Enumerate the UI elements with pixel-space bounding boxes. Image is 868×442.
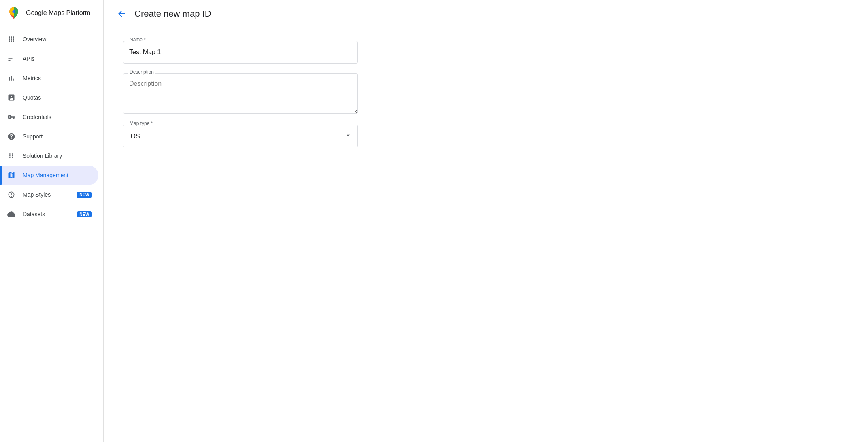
- description-label: Description: [128, 69, 155, 75]
- datasets-icon: [6, 209, 16, 219]
- datasets-badge: NEW: [77, 211, 92, 217]
- map-type-label: Map type *: [128, 121, 154, 126]
- sidebar-item-support-label: Support: [23, 133, 92, 140]
- back-button[interactable]: [113, 6, 130, 22]
- sidebar-item-overview[interactable]: Overview: [0, 30, 98, 49]
- map-type-wrapper: JavaScript Android iOS: [123, 125, 358, 147]
- sidebar: Google Maps Platform Overview APIs Metri…: [0, 0, 104, 442]
- sidebar-item-solution-library[interactable]: Solution Library: [0, 146, 98, 166]
- sidebar-item-credentials-label: Credentials: [23, 114, 92, 120]
- sidebar-item-quotas[interactable]: Quotas: [0, 88, 98, 107]
- sidebar-item-map-styles-label: Map Styles: [23, 191, 74, 198]
- overview-icon: [6, 34, 16, 44]
- map-styles-badge: NEW: [77, 192, 92, 198]
- main-header: Create new map ID: [104, 0, 868, 28]
- sidebar-header: Google Maps Platform: [0, 0, 103, 26]
- sidebar-item-metrics[interactable]: Metrics: [0, 68, 98, 88]
- name-label: Name *: [128, 37, 147, 42]
- sidebar-item-apis-label: APIs: [23, 55, 92, 62]
- quotas-icon: [6, 93, 16, 102]
- credentials-icon: [6, 112, 16, 122]
- sidebar-item-support[interactable]: Support: [0, 127, 98, 146]
- main-content: Create new map ID Name * Description Map…: [104, 0, 868, 442]
- sidebar-item-apis[interactable]: APIs: [0, 49, 98, 68]
- sidebar-item-datasets-label: Datasets: [23, 211, 74, 217]
- sidebar-nav: Overview APIs Metrics Quotas: [0, 26, 103, 442]
- map-styles-icon: [6, 190, 16, 200]
- google-maps-logo: [6, 6, 21, 20]
- map-management-icon: [6, 170, 16, 180]
- sidebar-item-overview-label: Overview: [23, 36, 92, 42]
- page-title: Create new map ID: [134, 8, 211, 19]
- apis-icon: [6, 54, 16, 64]
- sidebar-item-map-management[interactable]: Map Management: [0, 166, 98, 185]
- map-type-select[interactable]: JavaScript Android iOS: [123, 125, 358, 147]
- name-field: Name *: [123, 41, 449, 64]
- sidebar-item-metrics-label: Metrics: [23, 75, 92, 81]
- sidebar-item-solution-library-label: Solution Library: [23, 153, 92, 159]
- support-icon: [6, 132, 16, 141]
- solution-library-icon: [6, 151, 16, 161]
- metrics-icon: [6, 73, 16, 83]
- description-input[interactable]: [123, 73, 358, 114]
- map-type-field: Map type * JavaScript Android iOS: [123, 125, 449, 147]
- sidebar-item-map-management-label: Map Management: [23, 172, 92, 178]
- sidebar-item-credentials[interactable]: Credentials: [0, 107, 98, 127]
- form-area: Name * Description Map type * JavaScript…: [104, 28, 468, 170]
- app-title: Google Maps Platform: [26, 9, 90, 17]
- sidebar-item-quotas-label: Quotas: [23, 94, 92, 101]
- sidebar-item-datasets[interactable]: Datasets NEW: [0, 204, 98, 224]
- name-input[interactable]: [123, 41, 358, 64]
- sidebar-item-map-styles[interactable]: Map Styles NEW: [0, 185, 98, 204]
- description-field: Description: [123, 73, 449, 115]
